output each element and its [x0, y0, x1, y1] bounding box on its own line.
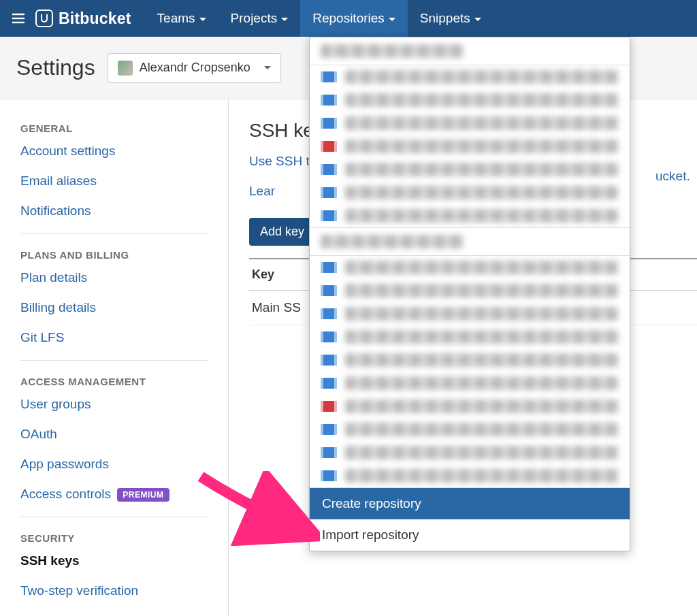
- add-key-button[interactable]: Add key: [249, 218, 315, 246]
- nav-projects[interactable]: Projects: [218, 0, 301, 37]
- repo-item[interactable]: [310, 158, 630, 181]
- repo-icon: [323, 118, 334, 129]
- repo-icon: [323, 424, 334, 435]
- repo-icon: [323, 470, 334, 481]
- import-repository-item[interactable]: Import repository: [310, 519, 630, 551]
- repo-item[interactable]: [310, 204, 630, 227]
- repo-item[interactable]: [310, 348, 630, 372]
- repo-item[interactable]: [310, 372, 630, 395]
- top-nav: Bitbucket Teams Projects Repositories Sn…: [0, 0, 697, 37]
- repositories-dropdown: Create repository Import repository: [309, 37, 630, 551]
- chevron-down-icon: [474, 18, 481, 21]
- sidebar-item-app-passwords[interactable]: App passwords: [20, 457, 208, 472]
- settings-sidebar: GENERAL Account settings Email aliases N…: [0, 99, 229, 616]
- repo-icon: [323, 378, 334, 389]
- repo-item[interactable]: [310, 418, 630, 441]
- sidebar-section-access: ACCESS MANAGEMENT: [20, 376, 208, 387]
- sidebar-item-billing-details[interactable]: Billing details: [20, 300, 208, 315]
- page-title: Settings: [16, 55, 95, 80]
- sidebar-item-access-controls[interactable]: Access controls PREMIUM: [20, 487, 208, 502]
- sidebar-item-ssh-keys[interactable]: SSH keys: [20, 553, 208, 568]
- chevron-down-icon: [264, 66, 271, 69]
- sidebar-item-two-step[interactable]: Two-step verification: [20, 583, 208, 598]
- bitbucket-icon: [35, 10, 53, 27]
- brand-logo[interactable]: Bitbucket: [35, 10, 131, 28]
- dropdown-section-header: [321, 235, 464, 248]
- sidebar-section-security: SECURITY: [20, 532, 208, 544]
- nav-teams[interactable]: Teams: [145, 0, 218, 37]
- account-name: Alexandr Cropsenko: [140, 61, 250, 75]
- repo-item[interactable]: [310, 464, 630, 487]
- repo-icon: [323, 447, 334, 458]
- repo-item[interactable]: [310, 181, 630, 204]
- sidebar-item-plan-details[interactable]: Plan details: [20, 270, 208, 285]
- repo-item[interactable]: [310, 441, 630, 464]
- divider: [20, 360, 208, 361]
- repo-item[interactable]: [310, 256, 630, 279]
- sidebar-section-general: GENERAL: [20, 123, 208, 134]
- repo-icon: [323, 401, 334, 412]
- sidebar-item-git-lfs[interactable]: Git LFS: [20, 330, 208, 345]
- repo-icon: [323, 331, 334, 342]
- sidebar-item-account-settings[interactable]: Account settings: [20, 144, 208, 159]
- sidebar-item-notifications[interactable]: Notifications: [20, 204, 208, 218]
- chevron-down-icon: [281, 18, 288, 21]
- repo-icon: [323, 285, 334, 296]
- create-repository-item[interactable]: Create repository: [310, 488, 630, 519]
- repo-item[interactable]: [310, 302, 630, 325]
- chevron-down-icon: [389, 18, 395, 21]
- repo-icon: [323, 187, 334, 198]
- divider: [20, 517, 208, 517]
- brand-text: Bitbucket: [59, 10, 131, 28]
- repo-item[interactable]: [310, 65, 630, 88]
- repo-icon: [323, 141, 334, 152]
- nav-repositories[interactable]: Repositories: [300, 0, 408, 37]
- sidebar-item-user-groups[interactable]: User groups: [20, 397, 208, 412]
- nav-snippets[interactable]: Snippets: [408, 0, 493, 37]
- repo-icon: [323, 262, 334, 273]
- repo-icon: [323, 210, 334, 221]
- repo-icon: [323, 95, 334, 106]
- repo-icon: [323, 308, 334, 319]
- menu-icon[interactable]: [5, 5, 31, 31]
- sidebar-item-email-aliases[interactable]: Email aliases: [20, 174, 208, 189]
- repo-item[interactable]: [310, 135, 630, 158]
- premium-badge: PREMIUM: [117, 488, 169, 502]
- sidebar-item-oauth[interactable]: OAuth: [20, 427, 208, 442]
- repo-item[interactable]: [310, 325, 630, 348]
- chevron-down-icon: [199, 18, 206, 21]
- repo-item[interactable]: [310, 88, 630, 112]
- divider: [20, 233, 208, 234]
- repo-icon: [323, 164, 334, 175]
- account-selector[interactable]: Alexandr Cropsenko: [108, 53, 281, 83]
- repo-item[interactable]: [310, 112, 630, 135]
- repo-item[interactable]: [310, 279, 630, 302]
- repo-icon: [323, 71, 334, 82]
- repo-item[interactable]: [310, 395, 630, 418]
- sidebar-section-plans: PLANS AND BILLING: [20, 249, 208, 261]
- repo-icon: [323, 355, 334, 366]
- avatar: [118, 61, 133, 76]
- dropdown-section-header: [321, 44, 464, 58]
